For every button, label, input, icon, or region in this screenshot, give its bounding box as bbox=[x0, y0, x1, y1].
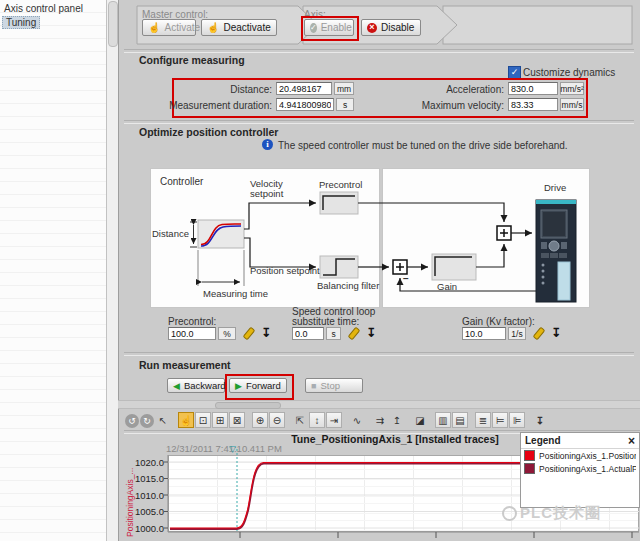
drive-label: Drive bbox=[544, 182, 566, 193]
deactivate-button[interactable]: ☝ Deactivate bbox=[201, 19, 277, 36]
substitute-time-unit: s bbox=[326, 327, 341, 340]
activate-label: Activate bbox=[164, 22, 200, 33]
redo-icon[interactable]: ↻ bbox=[140, 414, 154, 428]
trigger-marker-icon[interactable]: ▽ bbox=[229, 444, 236, 454]
export-icon[interactable]: ↧ bbox=[532, 412, 548, 428]
legend-entry-label: PositioningAxis_1.Position (r bbox=[539, 451, 636, 461]
select-arrow-icon[interactable]: ↖ bbox=[155, 412, 171, 428]
sidebar-item-axis-control-panel[interactable]: Axis control panel bbox=[4, 3, 83, 14]
stop-button[interactable]: ■ Stop bbox=[305, 378, 363, 393]
curve-view-icon[interactable]: ∿ bbox=[349, 412, 365, 428]
legend-entry-actualposition[interactable]: PositioningAxis_1.ActualPos bbox=[521, 462, 639, 475]
gain-kv-label: Gain (Kv factor): bbox=[462, 316, 535, 327]
legend-swatch bbox=[524, 463, 535, 474]
measuring-time-label: Measuring time bbox=[203, 288, 268, 299]
position-setpoint-label: Position setpoint bbox=[250, 265, 320, 276]
axis-tuning-window: Axis control panel Tuning Master control… bbox=[0, 0, 640, 541]
run-measurement-title: Run measurement bbox=[139, 359, 231, 371]
precontrol-input[interactable] bbox=[168, 327, 216, 340]
info-icon: i bbox=[262, 139, 273, 150]
sidebar: Axis control panel Tuning bbox=[0, 0, 107, 541]
split-vertical-icon[interactable]: ▥ bbox=[435, 412, 451, 428]
backward-arrow-icon: ◀ bbox=[173, 381, 180, 391]
separator bbox=[124, 49, 634, 53]
enable-button[interactable]: ✓ Enable bbox=[304, 19, 354, 36]
distance-label: Distance: bbox=[180, 84, 272, 95]
legend-toggle-icon[interactable]: ≣ bbox=[475, 412, 491, 428]
maximum-velocity-label: Maximum velocity: bbox=[398, 100, 504, 111]
sidebar-scrollbar[interactable] bbox=[107, 0, 119, 541]
disable-label: Disable bbox=[381, 22, 414, 33]
backward-label: Backward bbox=[184, 380, 226, 391]
tune-substitute-icon[interactable] bbox=[351, 327, 357, 342]
distance-unit: mm bbox=[334, 82, 354, 95]
pan-hand-icon[interactable]: ☝ bbox=[178, 412, 194, 428]
enable-label: Enable bbox=[321, 22, 352, 33]
zoom-selection-icon[interactable]: ⊡ bbox=[195, 412, 211, 428]
acceleration-label: Acceleration: bbox=[398, 84, 504, 95]
zoom-dynamic-icon[interactable]: ⊠ bbox=[229, 412, 245, 428]
distance-diagram-label: Distance bbox=[152, 228, 189, 239]
sidebar-item-tuning[interactable]: Tuning bbox=[2, 16, 40, 29]
legend-left-icon[interactable]: ⊨ bbox=[492, 412, 508, 428]
trace-legend-panel: Legend × PositioningAxis_1.Position (r P… bbox=[520, 432, 640, 508]
apply-gain-icon[interactable]: ↧ bbox=[551, 328, 561, 339]
activate-button[interactable]: ☝ Activate bbox=[142, 19, 196, 36]
trace-chart-title: Tune_PositioningAxis_1 [Installed traces… bbox=[240, 433, 550, 445]
legend-close-icon[interactable]: × bbox=[628, 435, 635, 447]
customize-dynamics-checkbox[interactable]: ✓ bbox=[508, 66, 521, 79]
precontrol-block-label: Precontrol bbox=[319, 179, 362, 190]
acceleration-input[interactable] bbox=[508, 82, 558, 95]
gain-kv-input[interactable] bbox=[462, 327, 506, 340]
velocity-setpoint-label: Velocity setpoint bbox=[250, 179, 296, 199]
backward-button[interactable]: ◀ Backward bbox=[167, 378, 225, 393]
measure-cursor-icon[interactable]: ⇱ bbox=[292, 412, 308, 428]
stop-label: Stop bbox=[320, 380, 340, 391]
measurement-duration-input[interactable] bbox=[276, 98, 334, 111]
pane-splitter[interactable] bbox=[118, 400, 640, 409]
maximum-velocity-input[interactable] bbox=[508, 98, 558, 111]
measurement-duration-label: Measurement duration: bbox=[168, 100, 272, 111]
legend-entry-label: PositioningAxis_1.ActualPos bbox=[539, 464, 636, 474]
splitter-grip[interactable] bbox=[215, 402, 281, 409]
substitute-time-input[interactable] bbox=[292, 327, 324, 340]
distance-input[interactable] bbox=[276, 82, 332, 95]
x-circle-icon: × bbox=[367, 23, 377, 33]
snap-icon[interactable]: ⇉ bbox=[372, 412, 388, 428]
gain-kv-unit: 1/s bbox=[508, 327, 526, 340]
export-values-icon[interactable]: ↥ bbox=[389, 412, 405, 428]
trigger-timestamp: 12/31/2011 7:41:10.411 PM bbox=[166, 443, 282, 454]
apply-substitute-icon[interactable]: ↧ bbox=[366, 328, 376, 339]
scale-y-icon[interactable]: ↕ bbox=[309, 412, 325, 428]
scrollbar-thumb[interactable] bbox=[108, 1, 118, 47]
zoom-area-icon[interactable]: ⊞ bbox=[212, 412, 228, 428]
undo-icon[interactable]: ↺ bbox=[125, 414, 139, 428]
gain-block-label: Gain bbox=[437, 281, 457, 292]
legend-entry-position[interactable]: PositioningAxis_1.Position (r bbox=[521, 449, 639, 462]
legend-right-icon[interactable]: ⊫ bbox=[509, 412, 525, 428]
zoom-out-icon[interactable]: ⊖ bbox=[269, 412, 285, 428]
forward-arrow-icon: ▶ bbox=[235, 381, 242, 391]
apply-precontrol-icon[interactable]: ↧ bbox=[261, 328, 271, 339]
minus-sign: − bbox=[403, 273, 409, 284]
trend-view-icon[interactable]: ◪ bbox=[412, 412, 428, 428]
tune-gain-icon[interactable] bbox=[536, 327, 542, 342]
hand-icon: ☝ bbox=[207, 22, 219, 33]
split-horizontal-icon[interactable]: ▤ bbox=[452, 412, 468, 428]
deactivate-label: Deactivate bbox=[223, 22, 270, 33]
legend-swatch bbox=[524, 450, 535, 461]
disable-button[interactable]: × Disable bbox=[361, 19, 421, 36]
trace-toolbar: ↺ ↻ ↖ ☝ ⊡ ⊞ ⊠ ⊕ ⊖ ⇱ ↕ ⇥ ∿ ⇉ ↥ ◪ ▥ ▤ ≣ ⊨ … bbox=[125, 411, 635, 429]
precontrol-label: Precontrol: bbox=[168, 316, 216, 327]
info-text: The speed controller must be tuned on th… bbox=[278, 140, 568, 151]
separator bbox=[124, 120, 634, 124]
forward-button[interactable]: ▶ Forward bbox=[229, 378, 287, 393]
balancing-filter-label: Balancing filter bbox=[317, 280, 379, 291]
zoom-in-icon[interactable]: ⊕ bbox=[252, 412, 268, 428]
duration-unit: s bbox=[336, 98, 354, 111]
tune-precontrol-icon[interactable] bbox=[246, 327, 252, 342]
configure-measuring-title: Configure measuring bbox=[139, 54, 245, 66]
scale-x-icon[interactable]: ⇥ bbox=[326, 412, 342, 428]
optimize-title: Optimize position controller bbox=[139, 126, 278, 138]
hand-icon: ☝ bbox=[148, 22, 160, 33]
